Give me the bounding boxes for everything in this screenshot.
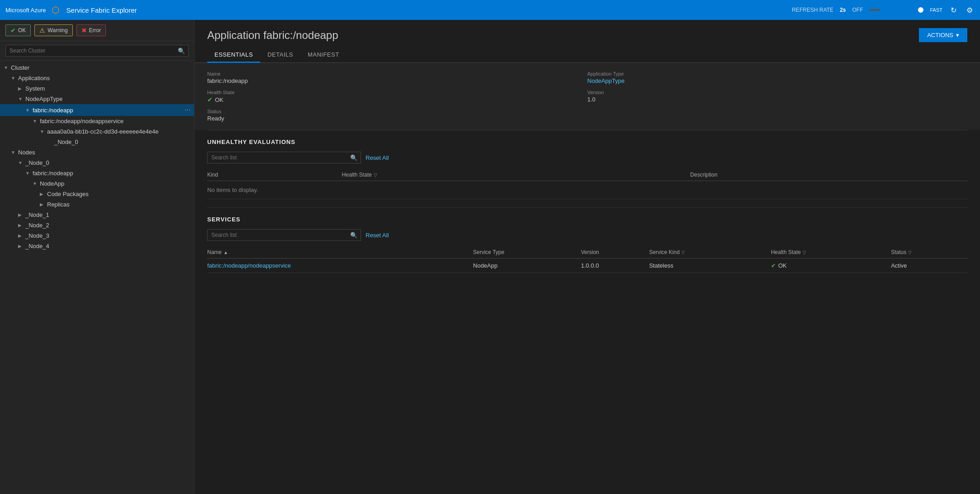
tree-arrow-node2: ▶ (18, 223, 24, 228)
refresh-rate-value: 2s (840, 7, 846, 13)
content-header: Application fabric:/nodeapp ACTIONS ▾ (195, 20, 980, 42)
service-kind-filter-icon[interactable]: ▽ (681, 250, 685, 255)
tree-dots-fabric-nodeapp[interactable]: ··· (185, 106, 190, 114)
essentials-health-field: Health State ✔ OK (207, 90, 587, 103)
unhealthy-col-kind: Kind (207, 169, 342, 181)
actions-label: ACTIONS (927, 32, 953, 38)
tree-arrow-node0-codepkg: ▶ (40, 192, 45, 197)
tree-label-fabric-nodeapp-service: fabric:/nodeapp/nodeappservice (40, 118, 124, 125)
tree-label-guid: aaaa0a0a-bb1b-cc2c-dd3d-eeeeee4e4e4e (47, 128, 159, 135)
service-type-cell: NodeApp (473, 259, 581, 273)
service-fabric-logo: ⬡ (52, 5, 59, 15)
services-reset-all-button[interactable]: Reset All (366, 232, 389, 239)
sidebar-item-cluster[interactable]: ▼ Cluster (0, 62, 194, 73)
actions-button[interactable]: ACTIONS ▾ (919, 28, 967, 42)
tree-label-node0-fabric: fabric:/nodeapp (33, 170, 73, 177)
sidebar-item-fabric-nodeapp-service[interactable]: ▼ fabric:/nodeapp/nodeappservice (0, 116, 194, 126)
tree-label-fabric-nodeapp: fabric:/nodeapp (33, 107, 73, 114)
tree-label-node4: _Node_4 (25, 243, 49, 249)
brand-label: Microsoft Azure (5, 7, 46, 14)
topbar: Microsoft Azure ⬡ Service Fabric Explore… (0, 0, 980, 20)
sidebar-item-node0-fabric[interactable]: ▼ fabric:/nodeapp (0, 168, 194, 178)
sidebar-item-applications[interactable]: ▼ Applications (0, 73, 194, 83)
unhealthy-no-items-row: No items to display. (207, 181, 967, 199)
unhealthy-no-items: No items to display. (207, 181, 967, 199)
tree-arrow-applications: ▼ (11, 76, 16, 81)
unhealthy-reset-all-button[interactable]: Reset All (366, 154, 389, 161)
services-search-input[interactable] (207, 229, 361, 241)
ok-icon: ✔ (10, 27, 16, 34)
tree-arrow-node0-nodeapp: ▼ (33, 181, 38, 186)
sidebar-item-nodeapptype[interactable]: ▼ NodeAppType (0, 94, 194, 104)
tree-label-applications: Applications (18, 75, 50, 82)
filter-error-button[interactable]: ✖ Error (76, 24, 106, 36)
sidebar-item-node4[interactable]: ▶ _Node_4 (0, 241, 194, 251)
essentials-name-field: Name fabric:/nodeapp (207, 71, 587, 84)
services-search-icon: 🔍 (350, 232, 357, 239)
tree-arrow-guid: ▼ (40, 129, 45, 134)
services-health-filter-icon[interactable]: ▽ (803, 250, 806, 255)
topbar-right: REFRESH RATE 2s OFF FAST ↻ ⚙ (792, 4, 975, 16)
tree-arrow-node1: ▶ (18, 212, 24, 217)
services-col-service-kind: Service Kind ▽ (649, 246, 771, 259)
health-state-label: Health State (207, 90, 587, 95)
sidebar-item-node0[interactable]: ▼ _Node_0 (0, 158, 194, 168)
tab-details[interactable]: DETAILS (260, 48, 300, 63)
service-name-link[interactable]: fabric:/nodeapp/nodeappservice (207, 262, 291, 269)
name-sort-icon[interactable]: ▲ (224, 250, 228, 255)
sidebar-item-node0-child[interactable]: _Node_0 (0, 137, 194, 147)
refresh-button[interactable]: ↻ (949, 4, 958, 16)
sidebar-item-node0-codepkg[interactable]: ▶ Code Packages (0, 189, 194, 199)
sidebar-item-node3[interactable]: ▶ _Node_3 (0, 230, 194, 241)
unhealthy-search-icon: 🔍 (350, 154, 357, 161)
tree-label-node1: _Node_1 (25, 211, 49, 218)
tree-label-cluster: Cluster (11, 64, 29, 71)
tree-label-node3: _Node_3 (25, 232, 49, 239)
tab-essentials[interactable]: ESSENTIALS (207, 48, 260, 63)
tree-label-node2: _Node_2 (25, 222, 49, 229)
tab-manifest[interactable]: MANIFEST (300, 48, 347, 63)
essentials-col-left: Name fabric:/nodeapp Health State ✔ OK S… (207, 71, 587, 122)
settings-button[interactable]: ⚙ (965, 4, 975, 16)
tree-label-node0-nodeapp: NodeApp (40, 180, 64, 187)
search-cluster-input[interactable] (5, 45, 189, 57)
sidebar-item-system[interactable]: ▶ System (0, 83, 194, 94)
filter-warning-label: Warning (48, 27, 67, 34)
refresh-rate-slider[interactable] (869, 9, 923, 11)
essentials-version-field: Version 1.0 (587, 90, 967, 103)
filter-warning-button[interactable]: ⚠ Warning (34, 24, 72, 36)
tree-arrow-node4: ▶ (18, 244, 24, 249)
sidebar-item-node2[interactable]: ▶ _Node_2 (0, 220, 194, 230)
search-cluster-icon: 🔍 (178, 48, 185, 54)
services-col-status: Status ▽ (891, 246, 967, 259)
tree-arrow-nodeapptype: ▼ (18, 96, 24, 101)
sidebar-item-node0-nodeapp[interactable]: ▼ NodeApp (0, 178, 194, 189)
refresh-rate-label: REFRESH RATE (792, 7, 833, 13)
tree-label-node0-child: _Node_0 (54, 139, 78, 145)
refresh-fast-label: FAST (930, 7, 942, 13)
sidebar-item-node0-replicas[interactable]: ▶ Replicas (0, 199, 194, 210)
version-label: Version (587, 90, 967, 95)
services-col-service-type: Service Type (473, 246, 581, 259)
tree-arrow-node3: ▶ (18, 233, 24, 238)
sidebar-item-fabric-nodeapp[interactable]: ▼ fabric:/nodeapp ··· (0, 104, 194, 116)
health-state-filter-icon[interactable]: ▽ (374, 173, 377, 177)
unhealthy-search-input[interactable] (207, 152, 361, 163)
app-type-value[interactable]: NodeAppType (587, 77, 967, 84)
sidebar-item-guid[interactable]: ▼ aaaa0a0a-bb1b-cc2c-dd3d-eeeeee4e4e4e (0, 126, 194, 137)
services-table: Name ▲ Service Type Version Service Kind… (207, 246, 967, 273)
sidebar-item-nodes[interactable]: ▼ Nodes (0, 147, 194, 158)
name-value: fabric:/nodeapp (207, 77, 587, 84)
unhealthy-title: UNHEALTHY EVALUATIONS (207, 139, 967, 145)
app-name-label: Service Fabric Explorer (67, 6, 137, 14)
health-state-text: OK (215, 96, 224, 103)
unhealthy-col-description: Description (690, 169, 967, 181)
sidebar: ✔ OK ⚠ Warning ✖ Error 🔍 ▼ Cluster ▼ Ap (0, 20, 195, 494)
main-layout: ✔ OK ⚠ Warning ✖ Error 🔍 ▼ Cluster ▼ Ap (0, 20, 980, 494)
filter-ok-button[interactable]: ✔ OK (5, 24, 31, 36)
version-value: 1.0 (587, 96, 967, 103)
tree-label-system: System (25, 85, 45, 92)
tree-label-node0-replicas: Replicas (47, 201, 70, 208)
status-filter-icon[interactable]: ▽ (908, 250, 912, 255)
sidebar-item-node1[interactable]: ▶ _Node_1 (0, 210, 194, 220)
